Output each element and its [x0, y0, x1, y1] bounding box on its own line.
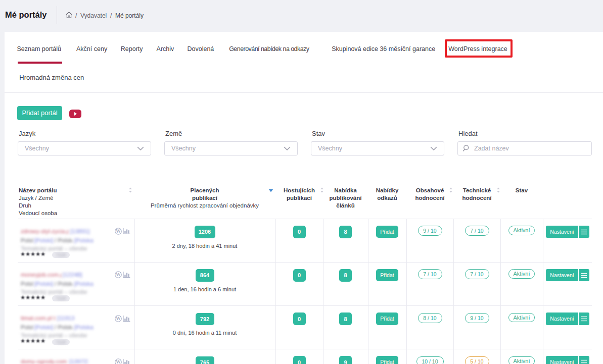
svg-text:W: W: [116, 272, 121, 277]
svg-text:W: W: [116, 228, 121, 234]
svg-text:W: W: [116, 359, 121, 364]
svg-text:W: W: [116, 316, 121, 321]
